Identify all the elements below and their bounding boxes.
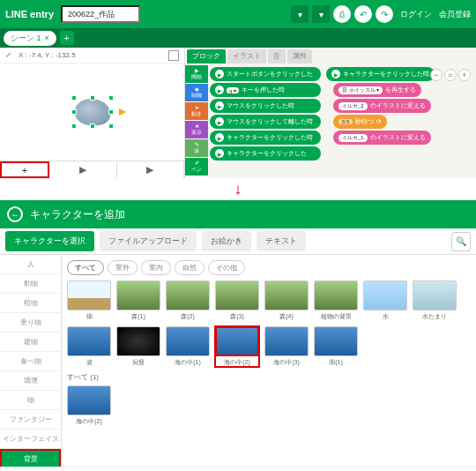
asset-card[interactable]: 森(4) bbox=[264, 280, 309, 321]
character-dolphin[interactable] bbox=[75, 99, 110, 125]
asset-card[interactable]: 植物の背景 bbox=[314, 280, 358, 321]
sidebar-item-plant[interactable]: 植物 bbox=[0, 294, 61, 313]
direction-arrow-icon bbox=[119, 108, 126, 116]
back-button[interactable]: ← bbox=[7, 206, 23, 222]
cat-move[interactable]: ➤動き bbox=[185, 102, 208, 120]
modal-title: キャラクターを追加 bbox=[30, 207, 125, 222]
script-sound[interactable]: 音 ホイッスル ▾を再生する bbox=[333, 83, 421, 97]
tab-block[interactable]: ブロック bbox=[187, 49, 226, 64]
sidebar-item-animal[interactable]: 動物 bbox=[0, 274, 61, 294]
sidebar-item-fantasy[interactable]: ファンタジー bbox=[0, 410, 61, 430]
sidebar-item-food[interactable]: 食べ物 bbox=[0, 352, 61, 371]
sidebar-item-vehicle[interactable]: 乗り物 bbox=[0, 313, 61, 333]
cat-show[interactable]: ★表示 bbox=[185, 121, 208, 138]
zoom-reset-button[interactable]: = bbox=[444, 69, 457, 81]
cat-pen[interactable]: ✐ペン bbox=[185, 158, 208, 176]
block-mouse-release[interactable]: ▶マウスをクリックして離した時 bbox=[210, 115, 321, 129]
asset-grid: 畑 森(1) 森(2) 森(3) 森(4) 植物の背景 水 水たまり 波 洞窟 … bbox=[67, 280, 471, 367]
filter-indoor[interactable]: 室内 bbox=[141, 260, 171, 275]
scene-tab[interactable]: シーン 1× bbox=[4, 31, 56, 46]
script-costume2[interactable]: イルカ_1のイラストに変える bbox=[333, 131, 431, 145]
script-event[interactable]: ▶キャラクターをクリックした時 bbox=[326, 67, 435, 81]
script-costume1[interactable]: イルカ_2のイラストに変える bbox=[333, 99, 431, 113]
tab-sound[interactable]: 音 bbox=[268, 49, 286, 64]
block-char-click2[interactable]: ▶キャラクターをクリックした bbox=[210, 146, 321, 161]
asset-card[interactable]: 水たまり bbox=[413, 280, 457, 321]
tab-draw[interactable]: お絵かき bbox=[202, 231, 251, 251]
add-scene-button[interactable]: + bbox=[60, 31, 74, 45]
play-button[interactable]: ▶ bbox=[49, 161, 117, 178]
sidebar-item-person[interactable]: 人 bbox=[0, 255, 61, 274]
asset-card[interactable]: 畑 bbox=[67, 280, 111, 321]
search-button[interactable]: 🔍 bbox=[451, 232, 471, 251]
modal-actions: キャンセル 追加する bbox=[0, 467, 476, 471]
sidebar-item-thing[interactable]: 物 bbox=[0, 391, 61, 410]
sidebar-item-building[interactable]: 建物 bbox=[0, 333, 61, 352]
zoom-in-button[interactable]: + bbox=[458, 69, 471, 81]
zoom-out-button[interactable]: − bbox=[430, 69, 443, 81]
modal-tabs: キャラクターを選択 ファイルアップロード お絵かき テキスト 🔍 bbox=[0, 228, 476, 255]
save-icon[interactable]: ▾ bbox=[291, 5, 309, 23]
asset-card[interactable]: 森(2) bbox=[166, 280, 210, 321]
stage-canvas[interactable] bbox=[0, 64, 184, 161]
tab-text[interactable]: テキスト bbox=[257, 231, 306, 251]
category-sidebar: 人 動物 植物 乗り物 建物 食べ物 環境 物 ファンタジー インターフェイス … bbox=[0, 255, 62, 467]
play-button-2[interactable]: ▶ bbox=[117, 161, 185, 178]
asset-card[interactable]: 海の中(3) bbox=[264, 326, 309, 367]
filter-nature[interactable]: 自然 bbox=[175, 260, 205, 275]
sidebar-item-env[interactable]: 環境 bbox=[0, 371, 61, 391]
asset-card[interactable]: 森(3) bbox=[215, 280, 259, 321]
sidebar-item-interface[interactable]: インターフェイス bbox=[0, 430, 61, 449]
coords-label: X : -7.4, Y : -132.5 bbox=[19, 51, 76, 59]
app-header: LINE entry ▾ ▾ ⎙ ↶ ↷ ログイン 会員登録 bbox=[0, 0, 476, 28]
tab-attr[interactable]: 属性 bbox=[287, 49, 312, 64]
asset-card-selected[interactable]: 海の中(2) bbox=[215, 326, 259, 367]
block-char-click[interactable]: ▶キャラクターをクリックした時 bbox=[210, 131, 321, 145]
block-key[interactable]: ▶q ▾キーを押した時 bbox=[210, 83, 321, 97]
add-character-button[interactable]: + bbox=[0, 161, 49, 178]
grid-icon[interactable] bbox=[168, 50, 179, 61]
asset-content: すべて 室外 室内 自然 その他 畑 森(1) 森(2) 森(3) 森(4) 植… bbox=[62, 255, 476, 467]
filter-all[interactable]: すべて bbox=[67, 260, 104, 275]
asset-card[interactable]: 波 bbox=[67, 326, 111, 367]
stage-area: ⤢ X : -7.4, Y : -132.5 + ▶ ▶ bbox=[0, 48, 185, 178]
block-start[interactable]: ▶スタートボタンをクリックした bbox=[210, 67, 321, 81]
close-icon[interactable]: × bbox=[45, 34, 49, 42]
arrow-down-icon: ↓ bbox=[0, 178, 476, 200]
logo: LINE entry bbox=[5, 9, 54, 19]
script-canvas[interactable]: − = + ▶キャラクターをクリックした時 音 ホイッスル ▾を再生する イルカ… bbox=[323, 48, 476, 178]
filename-input[interactable] bbox=[61, 5, 140, 23]
cat-control[interactable]: ◆制御 bbox=[185, 84, 208, 101]
script-wait[interactable]: 0.5秒待つ⟳ bbox=[333, 115, 387, 129]
asset-card[interactable]: 水 bbox=[363, 280, 407, 321]
redo-icon[interactable]: ↷ bbox=[376, 5, 393, 23]
tab-select-char[interactable]: キャラクターを選択 bbox=[5, 231, 94, 251]
selected-card[interactable]: 海の中(2) bbox=[67, 385, 111, 426]
tab-upload[interactable]: ファイルアップロード bbox=[100, 231, 197, 251]
selected-label: すべて (1) bbox=[67, 372, 471, 382]
expand-icon[interactable]: ⤢ bbox=[5, 51, 11, 59]
asset-card[interactable]: 湖(1) bbox=[314, 326, 358, 367]
list-icon[interactable]: ▾ bbox=[312, 5, 330, 23]
print-icon[interactable]: ⎙ bbox=[333, 5, 351, 23]
asset-card[interactable]: 海の中(1) bbox=[166, 326, 210, 367]
register-link[interactable]: 会員登録 bbox=[439, 9, 471, 20]
cat-start[interactable]: ▶開始 bbox=[185, 65, 208, 83]
asset-card[interactable]: 森(1) bbox=[116, 280, 160, 321]
undo-icon[interactable]: ↶ bbox=[354, 5, 372, 23]
block-mouse-click[interactable]: ▶マウスをクリックした時 bbox=[210, 99, 321, 113]
scene-bar: シーン 1× + bbox=[0, 28, 476, 48]
filter-other[interactable]: その他 bbox=[208, 260, 245, 275]
sidebar-item-background[interactable]: 背景 bbox=[0, 449, 61, 467]
cat-brush[interactable]: ✎筆 bbox=[185, 139, 208, 157]
filter-outdoor[interactable]: 室外 bbox=[108, 260, 138, 275]
asset-card[interactable]: 洞窟 bbox=[116, 326, 160, 367]
tab-illust[interactable]: イラスト bbox=[227, 49, 266, 64]
modal-header: ← キャラクターを追加 bbox=[0, 200, 476, 228]
block-area: ブロック イラスト 音 属性 ▶開始 ◆制御 ➤動き ★表示 ✎筆 ✐ペン ▶ス… bbox=[185, 48, 476, 178]
login-link[interactable]: ログイン bbox=[400, 9, 432, 20]
